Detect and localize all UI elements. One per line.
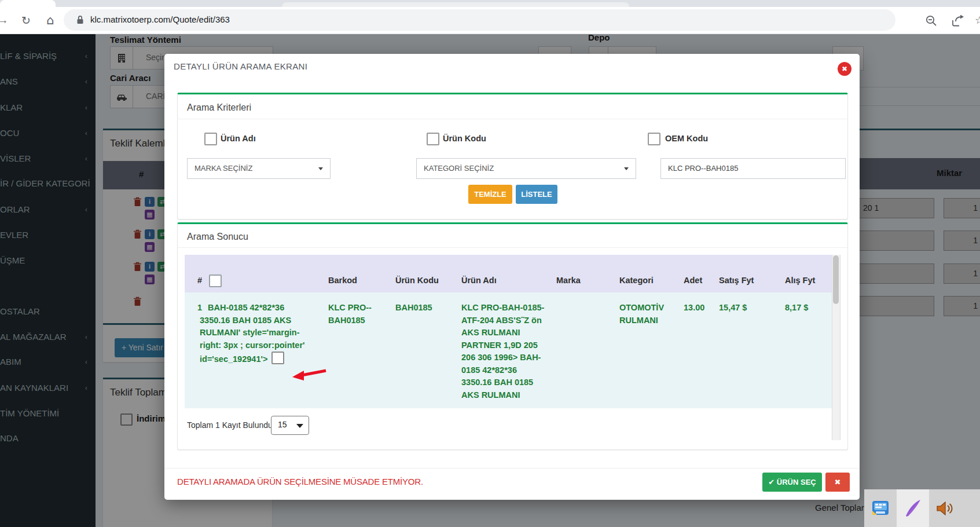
search-results-panel: Arama Sonucu # Barkod Ürün Kodu Ürün Adı… [177, 222, 848, 450]
check-icon: ✔ [768, 478, 775, 486]
url-text: klc.matrixotoerp.com/Quote/edit/363 [90, 14, 230, 24]
chevron-down-icon [296, 424, 303, 428]
urun-kodu-checkbox[interactable] [427, 133, 439, 145]
divider [178, 119, 847, 119]
home-icon[interactable]: ⌂ [42, 7, 59, 34]
screen: Teslimat Yöntemi Seçiniz Cari Aracı CARİ… [0, 0, 980, 527]
reload-icon[interactable]: ↻ [17, 7, 35, 34]
col-header-urun-kodu: Ürün Kodu [395, 276, 439, 285]
row-alis-fyt: 8,17 $ [785, 302, 808, 314]
red-arrow-annotation [291, 367, 327, 381]
chevron-down-icon [624, 167, 629, 170]
row-select-checkbox[interactable] [271, 352, 284, 364]
urun-sec-button[interactable]: ✔ ÜRÜN SEÇ [762, 473, 822, 492]
speaker-icon[interactable] [929, 489, 961, 527]
browser-tab-strip [0, 0, 980, 7]
col-header-alis-fyt: Alış Fyt [785, 276, 815, 285]
table-row[interactable]: 1 BAH-0185 42*82*36 3350.16 BAH 0185 AKS… [185, 292, 832, 408]
system-tray [864, 489, 980, 527]
table-scrollbar[interactable] [832, 255, 840, 440]
col-header-satis-fyt: Satış Fyt [719, 276, 754, 285]
row-broken-html: BAH-0185 42*82*36 3350.16 BAH 0185 AKS R… [200, 302, 305, 366]
row-adet: 13.00 [684, 302, 704, 314]
chevron-down-icon [318, 167, 323, 170]
close-icon[interactable]: ✖ [838, 62, 851, 76]
page-size-select[interactable]: 15 [271, 416, 309, 435]
brand-select[interactable]: MARKA SEÇİNİZ [187, 158, 331, 179]
col-header-barkod: Barkod [328, 276, 357, 285]
col-header-kategori: Kategori [619, 276, 654, 285]
scrollbar-thumb[interactable] [833, 255, 839, 304]
col-header-index: # [197, 276, 202, 285]
browser-toolbar: → ↻ ⌂ klc.matrixotoerp.com/Quote/edit/36… [0, 7, 980, 34]
divider [178, 247, 847, 248]
urun-kodu-checkbox-label: Ürün Kodu [443, 134, 486, 143]
favorites-icon[interactable]: ☆ [975, 7, 980, 34]
product-search-modal: DETAYLI ÜRÜN ARAMA EKRANI ✖ Arama Kriter… [164, 54, 860, 500]
browser-tab[interactable] [0, 0, 56, 7]
address-bar[interactable]: klc.matrixotoerp.com/Quote/edit/363 [64, 9, 895, 31]
category-select[interactable]: KATEGORİ SEÇİNİZ [416, 158, 636, 179]
oem-input[interactable]: KLC PRO--BAH0185 [660, 158, 846, 179]
modal-title: DETAYLI ÜRÜN ARAMA EKRANI [174, 61, 307, 71]
remote-app-icon[interactable] [864, 489, 897, 527]
listele-button[interactable]: LİSTELE [516, 185, 557, 204]
forward-icon[interactable]: → [0, 7, 12, 34]
row-satis-fyt: 15,47 $ [719, 302, 747, 314]
divider [164, 468, 860, 469]
row-urun-adi: KLC PRO-BAH-0185-ATF-204 ABS'S˜Z ön AKS … [461, 302, 546, 401]
share-icon[interactable] [951, 7, 968, 34]
col-header-adet: Adet [684, 276, 702, 285]
criteria-title: Arama Kriterleri [187, 103, 251, 113]
lock-icon [76, 15, 84, 27]
results-title: Arama Sonucu [187, 232, 248, 242]
results-table-header: # Barkod Ürün Kodu Ürün Adı Marka Katego… [185, 255, 832, 292]
results-table: # Barkod Ürün Kodu Ürün Adı Marka Katego… [185, 255, 840, 440]
urun-adi-checkbox-label: Ürün Adı [221, 134, 256, 143]
urun-adi-checkbox[interactable] [204, 133, 217, 145]
pen-tool-icon[interactable] [897, 489, 929, 527]
search-criteria-panel: Arama Kriterleri Ürün Adı Ürün Kodu OEM … [177, 93, 848, 219]
modal-cancel-button[interactable]: ✖ [825, 473, 850, 492]
col-header-marka: Marka [556, 276, 581, 285]
total-records-text: Toplam 1 Kayıt Bulundu. [187, 420, 275, 430]
select-all-checkbox[interactable] [209, 275, 222, 287]
temizle-button[interactable]: TEMİZLE [468, 185, 512, 204]
row-urun-kodu: BAH0185 [395, 302, 432, 314]
zoom-out-icon[interactable] [925, 7, 942, 34]
row-kategori: OTOMOTİV RULMANI [619, 302, 677, 327]
col-header-urun-adi: Ürün Adı [461, 276, 497, 285]
oem-kodu-checkbox[interactable] [648, 133, 660, 145]
oem-kodu-checkbox-label: OEM Kodu [665, 134, 708, 143]
row-barkod: KLC PRO--BAH0185 [328, 302, 384, 327]
browser-tab[interactable] [282, 2, 629, 7]
warning-message: DETAYLI ARAMADA ÜRÜN SEÇİLMESİNE MÜSADE … [177, 477, 423, 486]
